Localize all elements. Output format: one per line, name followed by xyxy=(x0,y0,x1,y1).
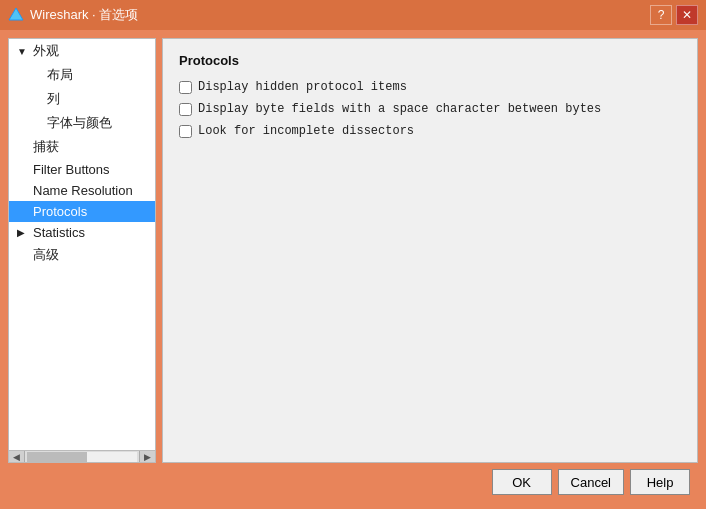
sidebar-item-protocols[interactable]: Protocols xyxy=(9,201,155,222)
scrollbar-track[interactable] xyxy=(27,452,137,462)
section-title: Protocols xyxy=(179,53,681,68)
checkbox-row-byte-fields: Display byte fields with a space charact… xyxy=(179,102,681,116)
checkbox-hidden-protocol[interactable] xyxy=(179,81,192,94)
sidebar-item-statistics[interactable]: ▶Statistics xyxy=(9,222,155,243)
cancel-button[interactable]: Cancel xyxy=(558,469,624,495)
checkbox-row-incomplete-dissectors: Look for incomplete dissectors xyxy=(179,124,681,138)
sidebar-item-label: Protocols xyxy=(33,204,87,219)
scrollbar-thumb[interactable] xyxy=(27,452,87,462)
sidebar-item-label: 列 xyxy=(47,90,60,108)
sidebar-item-capture[interactable]: 捕获 xyxy=(9,135,155,159)
main-window: Wireshark · 首选项 ? ✕ ▼外观布局列字体与颜色捕获Filter … xyxy=(0,0,706,509)
svg-marker-0 xyxy=(9,8,23,20)
sidebar-content: ▼外观布局列字体与颜色捕获Filter ButtonsName Resoluti… xyxy=(9,39,155,450)
collapse-icon: ▼ xyxy=(17,46,29,57)
sidebar-item-label: 布局 xyxy=(47,66,73,84)
window-title: Wireshark · 首选项 xyxy=(30,6,138,24)
sidebar-item-label: 字体与颜色 xyxy=(47,114,112,132)
sidebar-item-label: 高级 xyxy=(33,246,59,264)
sidebar-item-label: Statistics xyxy=(33,225,85,240)
content-area: ▼外观布局列字体与颜色捕获Filter ButtonsName Resoluti… xyxy=(0,30,706,509)
sidebar-item-layout[interactable]: 布局 xyxy=(9,63,155,87)
checkbox-row-hidden-protocol: Display hidden protocol items xyxy=(179,80,681,94)
sidebar-scrollbar[interactable]: ◀ ▶ xyxy=(9,450,155,462)
checkbox-byte-fields[interactable] xyxy=(179,103,192,116)
sidebar-item-appearance[interactable]: ▼外观 xyxy=(9,39,155,63)
help-title-button[interactable]: ? xyxy=(650,5,672,25)
sidebar-item-advanced[interactable]: 高级 xyxy=(9,243,155,267)
right-panel: Protocols Display hidden protocol itemsD… xyxy=(162,38,698,463)
main-panel: ▼外观布局列字体与颜色捕获Filter ButtonsName Resoluti… xyxy=(8,38,698,463)
sidebar: ▼外观布局列字体与颜色捕获Filter ButtonsName Resoluti… xyxy=(8,38,156,463)
sidebar-item-label: 捕获 xyxy=(33,138,59,156)
sidebar-item-label: 外观 xyxy=(33,42,59,60)
checkbox-label-byte-fields: Display byte fields with a space charact… xyxy=(198,102,601,116)
title-bar-controls: ? ✕ xyxy=(650,5,698,25)
expand-icon: ▶ xyxy=(17,227,29,238)
sidebar-item-name-resolution[interactable]: Name Resolution xyxy=(9,180,155,201)
sidebar-item-label: Name Resolution xyxy=(33,183,133,198)
ok-button[interactable]: OK xyxy=(492,469,552,495)
checkbox-label-incomplete-dissectors: Look for incomplete dissectors xyxy=(198,124,414,138)
footer-bar: OK Cancel Help xyxy=(8,463,698,501)
checkboxes-container: Display hidden protocol itemsDisplay byt… xyxy=(179,80,681,138)
checkbox-incomplete-dissectors[interactable] xyxy=(179,125,192,138)
sidebar-item-filter-buttons[interactable]: Filter Buttons xyxy=(9,159,155,180)
help-button[interactable]: Help xyxy=(630,469,690,495)
app-icon xyxy=(8,7,24,23)
close-button[interactable]: ✕ xyxy=(676,5,698,25)
sidebar-item-font-colors[interactable]: 字体与颜色 xyxy=(9,111,155,135)
sidebar-item-columns[interactable]: 列 xyxy=(9,87,155,111)
sidebar-item-label: Filter Buttons xyxy=(33,162,110,177)
checkbox-label-hidden-protocol: Display hidden protocol items xyxy=(198,80,407,94)
title-bar: Wireshark · 首选项 ? ✕ xyxy=(0,0,706,30)
title-bar-left: Wireshark · 首选项 xyxy=(8,6,138,24)
